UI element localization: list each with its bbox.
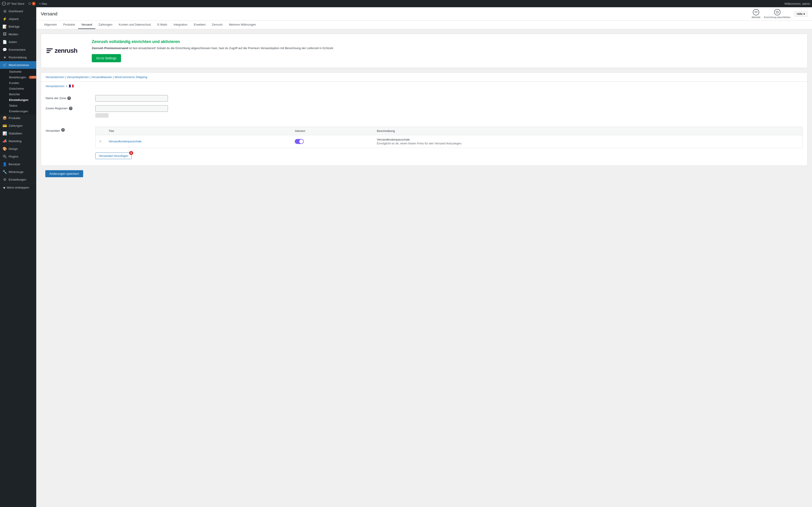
- sidebar-item-einstellungen[interactable]: Einstellungen: [6, 97, 36, 103]
- go-to-settings-button[interactable]: Go to Settings: [92, 54, 121, 62]
- shipping-method-help-icon[interactable]: ?: [61, 128, 65, 132]
- sidebar-item-jetpack[interactable]: ⚡ Jetpack: [0, 15, 36, 23]
- zone-name-label: Name der Zone ?: [46, 95, 95, 100]
- zone-regions-input[interactable]: [95, 105, 168, 112]
- method-name-link[interactable]: Versandkostenpauschale: [108, 139, 141, 143]
- zenrush-banner: zenrush Zenrush vollständig einrichten u…: [41, 34, 807, 68]
- toggle-slider: [295, 139, 304, 144]
- sidebar-item-benutzer[interactable]: 👤 Benutzer: [0, 160, 36, 168]
- sidebar-label-rueckmeldung: Rückmeldung: [9, 56, 27, 59]
- tab-versand[interactable]: Versand: [78, 20, 95, 29]
- zenrush-logo-lines: [46, 48, 53, 53]
- tab-zahlungen[interactable]: Zahlungen: [95, 20, 115, 29]
- breadcrumb-arrow: >: [66, 84, 67, 88]
- zone-name-input[interactable]: [95, 95, 168, 102]
- sidebar-item-woocommerce[interactable]: 🛒 WooCommerce: [0, 61, 36, 69]
- tab-emails[interactable]: E-Mails: [154, 20, 170, 29]
- aktivitaet-button[interactable]: Aktivität: [752, 9, 760, 18]
- sidebar-item-seiten[interactable]: 📄 Seiten: [0, 38, 36, 46]
- zenrush-desc-text: ist fast einsatzbereit! Sobald du die Ei…: [129, 46, 334, 50]
- drag-handle-icon[interactable]: ≡: [99, 139, 101, 143]
- sidebar-item-plugins[interactable]: 🔌 Plugins: [0, 153, 36, 160]
- sidebar-label-status: Status: [9, 104, 17, 107]
- sidebar-item-rueckmeldung[interactable]: ★ Rückmeldung: [0, 53, 36, 61]
- sidebar-item-kommentare[interactable]: 💬 Kommentare: [0, 46, 36, 53]
- woocommerce-shipping-link[interactable]: WooCommerce Shipping: [114, 75, 147, 79]
- sidebar-item-status[interactable]: Status: [6, 103, 36, 108]
- zones-breadcrumb-link[interactable]: Versandzonen: [46, 84, 64, 88]
- region-tags: [95, 113, 803, 119]
- products-icon: 📦: [3, 116, 7, 120]
- sidebar-label-startseite: Startseite: [9, 70, 21, 73]
- sidebar-item-erweiterungen[interactable]: Erweiterungen: [6, 108, 36, 114]
- add-shipping-label: Versandart hinzufügen: [99, 154, 128, 158]
- sidebar-label-woocommerce: WooCommerce: [9, 63, 29, 67]
- sidebar-item-werkzeuge[interactable]: 🔧 Werkzeuge: [0, 168, 36, 176]
- topbar: ZF Test Store 🗨 0 + Neu Willkommen, admi…: [0, 0, 812, 7]
- einrichtung-button[interactable]: Einrichtung abschließen: [764, 9, 791, 18]
- sidebar-item-beitraege[interactable]: 📝 Beiträge: [0, 23, 36, 30]
- sidebar-item-statistiken[interactable]: 📊 Statistiken: [0, 129, 36, 137]
- drag-handle-cell[interactable]: ≡: [96, 135, 105, 148]
- sidebar-label-erweiterungen: Erweiterungen: [9, 110, 28, 113]
- sidebar-label-berichte: Berichte: [9, 93, 20, 96]
- save-changes-button[interactable]: Änderungen speichern: [45, 170, 83, 177]
- plugins-icon: 🔌: [3, 154, 7, 159]
- sidebar-label-jetpack: Jetpack: [9, 17, 19, 20]
- method-toggle[interactable]: [295, 139, 304, 144]
- versandoptionen-link[interactable]: Versandoptionen: [67, 75, 89, 79]
- tab-allgemein[interactable]: Allgemein: [41, 20, 60, 29]
- versandzonen-link[interactable]: Versandzonen: [46, 75, 64, 79]
- collapse-menu-button[interactable]: ◀ Menü einklappen: [0, 183, 36, 191]
- sidebar-label-kunden: Kunden: [9, 81, 19, 84]
- payments-icon: 💳: [3, 124, 7, 128]
- region-tag-1: [95, 113, 108, 118]
- zone-regions-help-icon[interactable]: ?: [69, 107, 72, 110]
- tab-konten[interactable]: Konten und Datenschutz: [115, 20, 154, 29]
- notifications[interactable]: 🗨 0: [28, 2, 36, 5]
- sidebar: ⊞ Dashboard ⚡ Jetpack 📝 Beiträge 🖼 Medie…: [0, 7, 36, 507]
- sidebar-label-zahlungen: Zahlungen: [9, 124, 22, 127]
- tab-waehrungen[interactable]: Mehrere Währungen: [226, 20, 259, 29]
- sidebar-item-dashboard[interactable]: ⊞ Dashboard: [0, 7, 36, 15]
- tab-erweitert[interactable]: Erweitert: [191, 20, 208, 29]
- add-shipping-button[interactable]: Versandart hinzufügen 1: [95, 153, 132, 159]
- jetpack-icon: ⚡: [3, 17, 7, 21]
- sidebar-label-beitraege: Beiträge: [9, 25, 19, 28]
- tab-integration[interactable]: Integration: [170, 20, 191, 29]
- wp-logo[interactable]: ZF Test Store: [2, 2, 24, 6]
- new-button[interactable]: + Neu: [39, 2, 47, 5]
- sidebar-label-werkzeuge: Werkzeuge: [9, 170, 23, 174]
- add-shipping-wrapper: Versandart hinzufügen 1: [95, 148, 803, 161]
- sidebar-item-settings[interactable]: ⚙ Einstellungen: [0, 176, 36, 183]
- sidebar-item-bestellungen[interactable]: Bestellungen 3.603: [6, 74, 36, 80]
- zone-name-input-wrapper: [95, 95, 803, 102]
- sidebar-item-zahlungen[interactable]: 💳 Zahlungen: [0, 122, 36, 129]
- dashboard-icon: ⊞: [3, 9, 7, 13]
- tab-produkte[interactable]: Produkte: [60, 20, 78, 29]
- versandklassen-link[interactable]: Versandklassen: [91, 75, 112, 79]
- sidebar-label-marketing: Marketing: [9, 139, 21, 143]
- zone-regions-row: Zonen-Regionen ?: [46, 105, 803, 119]
- zone-name-help-icon[interactable]: ?: [67, 97, 71, 100]
- sidebar-item-berichte[interactable]: Berichte: [6, 92, 36, 97]
- zone-form: Name der Zone ? Zonen-Regionen ?: [41, 91, 807, 127]
- zone-section: Versandzonen | Versandoptionen | Versand…: [41, 72, 807, 166]
- sidebar-label-seiten: Seiten: [9, 40, 17, 44]
- sidebar-item-startseite[interactable]: Startseite: [6, 69, 36, 74]
- tab-zenrush[interactable]: Zenrush: [209, 20, 226, 29]
- help-button[interactable]: Hilfe ▾: [794, 11, 807, 17]
- sidebar-item-marketing[interactable]: 📣 Marketing: [0, 137, 36, 145]
- logo-line-1: [46, 48, 53, 49]
- stats-icon: 📊: [3, 131, 7, 135]
- sidebar-item-gutscheine[interactable]: Gutscheine: [6, 86, 36, 92]
- sidebar-item-produkte[interactable]: 📦 Produkte: [0, 114, 36, 122]
- content-header: Versand Aktivität Einrichtung abschließ: [36, 7, 812, 20]
- sidebar-item-medien[interactable]: 🖼 Medien: [0, 30, 36, 38]
- sidebar-item-kunden[interactable]: Kunden: [6, 80, 36, 86]
- posts-icon: 📝: [3, 24, 7, 29]
- zenrush-logo-text: zenrush: [55, 47, 77, 54]
- col-drag: [96, 127, 105, 135]
- sidebar-item-design[interactable]: 🎨 Design: [0, 145, 36, 153]
- sidebar-label-benutzer: Benutzer: [9, 163, 20, 166]
